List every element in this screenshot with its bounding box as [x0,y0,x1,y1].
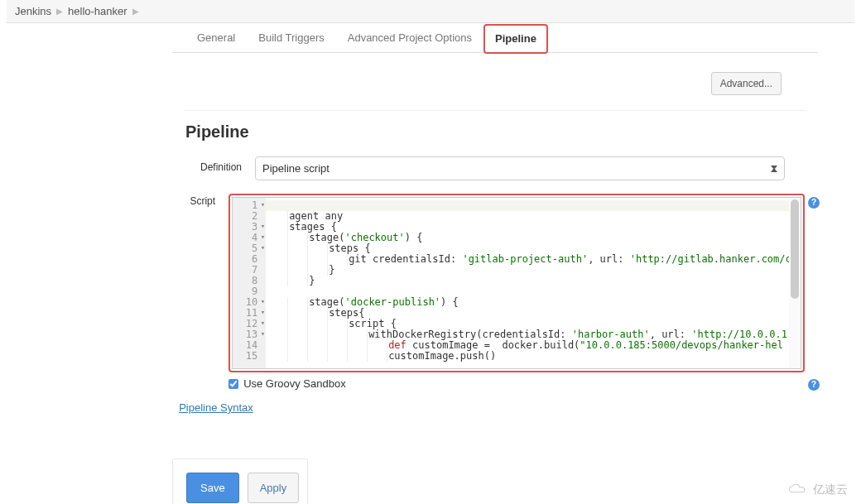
main-panel: General Build Triggers Advanced Project … [172,23,818,504]
sandbox-row: Use Groovy Sandbox ? [228,377,805,390]
section-heading-pipeline: Pipeline [172,111,818,150]
editor-scrollbar[interactable] [789,198,801,368]
definition-label: Definition [185,156,255,173]
script-label: Script [185,194,228,207]
chevron-right-icon: ▶ [132,7,139,16]
apply-button[interactable]: Apply [248,473,300,503]
tab-pipeline[interactable]: Pipeline [483,24,548,54]
breadcrumb-job[interactable]: hello-hanker [68,5,127,17]
save-button[interactable]: Save [186,473,239,503]
sandbox-label: Use Groovy Sandbox [243,377,346,390]
script-editor[interactable]: 123456789101112131415 pipeline {agent an… [232,197,801,369]
pipeline-syntax-row: Pipeline Syntax [179,401,805,414]
breadcrumb-root[interactable]: Jenkins [15,5,51,17]
tab-build-triggers[interactable]: Build Triggers [247,23,335,52]
help-icon[interactable]: ? [808,197,820,209]
definition-select[interactable]: Pipeline script [255,156,785,180]
editor-gutter: 123456789101112131415 [233,198,266,368]
definition-row: Definition Pipeline script [172,150,818,187]
watermark: 亿速云 [786,482,848,497]
advanced-row: Advanced... [184,57,806,111]
script-row: Script 123456789101112131415 pipeline {a… [172,187,818,420]
pipeline-syntax-link[interactable]: Pipeline Syntax [179,401,253,414]
advanced-button[interactable]: Advanced... [711,72,782,95]
tab-general[interactable]: General [185,23,247,52]
chevron-right-icon: ▶ [56,7,63,16]
bottom-actions: Save Apply [172,458,308,504]
use-groovy-sandbox-checkbox[interactable] [228,379,238,389]
breadcrumb: Jenkins ▶ hello-hanker ▶ [7,0,854,23]
tab-advanced-project-options[interactable]: Advanced Project Options [336,23,483,52]
config-tabs: General Build Triggers Advanced Project … [172,23,818,53]
help-icon[interactable]: ? [808,379,820,391]
cloud-icon [786,483,810,497]
